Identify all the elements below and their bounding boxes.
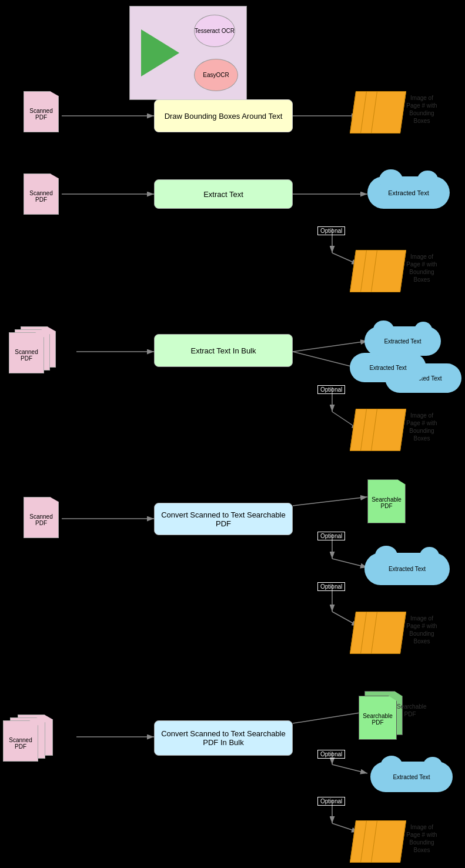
row2-bb-output: Image of Page # with Bounding Boxes [353, 250, 438, 303]
row1-bb-label: Image of Page # with Bounding Boxes [406, 94, 438, 125]
row3-optional-label: Optional [317, 385, 345, 394]
row2-bb-label: Image of Page # with Bounding Boxes [406, 253, 438, 283]
row2-cloud-label: Extracted Text [388, 189, 429, 196]
row5-bb-output: Image of Page # with Bounding Boxes [353, 820, 438, 868]
row3-cloud1-label: Extracted Text [384, 338, 421, 345]
row1-bb-output-label: Image of Page # with Bounding Boxes [406, 95, 437, 124]
row5-pdf-front: Scanned PDF [3, 720, 38, 762]
row2-process-box: Extract Text [154, 179, 293, 209]
row5-bb-page3 [371, 820, 406, 863]
svg-line-21 [293, 712, 367, 723]
row5-bb-output-label: Image of Page # with Bounding Boxes [406, 824, 437, 853]
row4-bb-label: Image of Page # with Bounding Boxes [406, 615, 438, 645]
row5-process-label: Convert Scanned to Text Searchable PDF I… [159, 729, 287, 747]
row1-pdf-label: Scanned PDF [24, 108, 58, 121]
row2-process-label: Extract Text [203, 190, 243, 199]
row5-cloud-bump2 [423, 757, 442, 773]
row4-process-label: Convert Scanned to Text Searchable PDF [159, 510, 287, 528]
ocr-triangle-icon [141, 29, 179, 76]
diagram-container: Tesseract OCR EasyOCR Scanned PDF Draw B… [0, 0, 465, 868]
row1-bb-output: Image of Page # with Bounding Boxes [353, 91, 438, 144]
row4-optional1-text: Optional [320, 533, 342, 539]
row2-bb-page3 [371, 250, 406, 292]
row4-cloud-bump1 [375, 546, 397, 565]
row1-bb-page3 [371, 91, 406, 133]
row3-cloud1: Extracted Text [364, 326, 441, 356]
row5-pdf-label: Scanned PDF [4, 737, 38, 750]
tesseract-circle: Tesseract OCR [194, 15, 235, 47]
row4-bb-page3 [371, 612, 406, 654]
row2-optional-text: Optional [320, 228, 342, 234]
row4-extracted-cloud: Extracted Text [364, 553, 450, 585]
row2-bb-output-label: Image of Page # with Bounding Boxes [406, 253, 437, 283]
row1-pdf-shape: Scanned PDF [24, 91, 59, 132]
row4-bb-output-label: Image of Page # with Bounding Boxes [406, 615, 437, 645]
ocr-engine-box: Tesseract OCR EasyOCR [129, 6, 247, 100]
row4-pdf-label: Scanned PDF [24, 513, 58, 526]
row2-pdf: Scanned PDF [18, 173, 65, 215]
row5-process-box: Convert Scanned to Text Searchable PDF I… [154, 720, 293, 756]
row3-cloud2-label: Extracted Text [369, 365, 406, 371]
row4-optional2-label: Optional [317, 582, 345, 591]
easyocr-circle: EasyOCR [194, 59, 238, 91]
tesseract-label: Tesseract OCR [195, 28, 235, 34]
row3-process-box: Extract Text In Bulk [154, 334, 293, 367]
row5-search-pdf-front: Searchable PDF [359, 696, 397, 740]
row4-cloud-bump2 [420, 547, 439, 565]
row4-extracted-label: Extracted Text [389, 566, 426, 572]
row3-pdf-front: Scanned PDF [9, 332, 44, 373]
row2-cloud: Extracted Text [367, 176, 450, 209]
row5-pdf-stack: Scanned PDF [3, 715, 79, 767]
row2-optional-label: Optional [317, 226, 345, 235]
row4-optional2-text: Optional [320, 583, 342, 590]
row3-optional-text: Optional [320, 386, 342, 393]
row3-cloud1-bump2 [414, 322, 432, 338]
row5-extracted-label: Extracted Text [393, 774, 430, 780]
row5-optional2-label: Optional [317, 797, 345, 806]
row3-process-label: Extract Text In Bulk [190, 346, 256, 355]
row2-pdf-shape: Scanned PDF [24, 173, 59, 215]
row4-optional1-label: Optional [317, 532, 345, 540]
row3-pdf-label: Scanned PDF [9, 349, 44, 362]
row5-extracted-cloud: Extracted Text [370, 762, 453, 792]
row5-searchable-label: Searchable PDF [362, 713, 394, 726]
row3-cloud2: Extracted Text [350, 353, 426, 382]
row4-pdf: Scanned PDF [18, 497, 65, 538]
svg-line-10 [293, 341, 367, 352]
row5-searchable-text: Searchable PDF [397, 703, 423, 718]
row5-optional2-text: Optional [320, 798, 342, 804]
row4-searchable-pdf: Searchable PDF [367, 479, 406, 523]
row3-bb-page3 [371, 409, 406, 451]
svg-line-15 [293, 497, 367, 506]
row5-searchable-pdf: Searchable PDF Searchable PDF [359, 691, 423, 741]
row4-searchable-pdf-shape: Searchable PDF [367, 479, 406, 523]
row2-pdf-label: Scanned PDF [24, 190, 58, 203]
row2-cloud-bump1 [379, 169, 403, 190]
svg-line-23 [332, 764, 367, 773]
row2-cloud-bump2 [417, 171, 438, 188]
svg-line-17 [332, 559, 367, 567]
row5-optional1-label: Optional [317, 750, 345, 759]
row3-pdf-stack: Scanned PDF [9, 326, 79, 379]
row3-cloud1-bump1 [373, 321, 394, 338]
row1-process-box: Draw Bounding Boxes Around Text [154, 99, 293, 132]
easyocr-label: EasyOCR [203, 72, 229, 78]
row3-bb-output-label: Image of Page # with Bounding Boxes [406, 412, 437, 442]
row5-cloud-bump1 [381, 756, 402, 773]
row3-bb-output: Image of Page # with Bounding Boxes [353, 409, 438, 462]
row4-searchable-label: Searchable PDF [370, 496, 403, 509]
row1-process-label: Draw Bounding Boxes Around Text [165, 112, 283, 121]
row5-optional1-text: Optional [320, 751, 342, 757]
row5-bb-label: Image of Page # with Bounding Boxes [406, 823, 438, 854]
row4-pdf-shape: Scanned PDF [24, 497, 59, 538]
row1-pdf: Scanned PDF [18, 91, 65, 132]
row4-process-box: Convert Scanned to Text Searchable PDF [154, 503, 293, 535]
row4-bb-output: Image of Page # with Bounding Boxes [353, 612, 438, 665]
row3-bb-label: Image of Page # with Bounding Boxes [406, 412, 438, 442]
